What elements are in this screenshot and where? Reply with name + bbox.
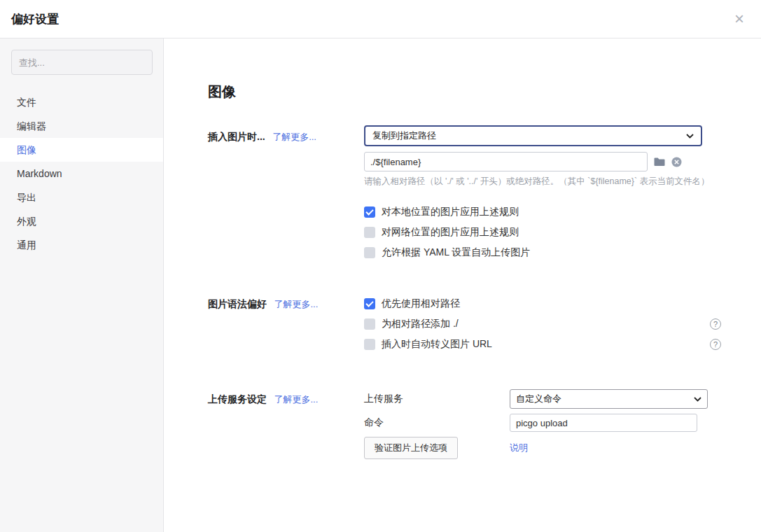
sidebar: 文件 编辑器 图像 Markdown 导出 外观 通用 xyxy=(0,38,164,532)
checkbox-icon[interactable] xyxy=(364,339,375,350)
section-body: 上传服务 自定义命令 命令 验证图片上传选项 说明 xyxy=(364,389,721,459)
upload-service-label: 上传服务 xyxy=(364,393,510,405)
page-title: 图像 xyxy=(208,83,761,102)
sidebar-item-image[interactable]: 图像 xyxy=(0,138,163,162)
command-label: 命令 xyxy=(364,416,510,429)
learn-more-link[interactable]: 了解更多... xyxy=(274,394,318,405)
section-image-syntax: 图片语法偏好 了解更多... 优先使用相对路径 为相对路径添加 ./ ? 插入时… xyxy=(208,298,761,358)
learn-more-link[interactable]: 了解更多... xyxy=(274,299,318,309)
close-icon[interactable]: × xyxy=(734,10,744,27)
checkbox-icon[interactable] xyxy=(364,247,375,258)
sidebar-item-export[interactable]: 导出 xyxy=(0,186,163,209)
sidebar-item-markdown[interactable]: Markdown xyxy=(0,162,163,186)
path-input[interactable] xyxy=(364,152,648,172)
verify-upload-button[interactable]: 验证图片上传选项 xyxy=(364,437,458,459)
clear-icon[interactable] xyxy=(671,157,682,167)
section-insert-image: 插入图片时... 了解更多... 复制到指定路径 xyxy=(208,125,761,267)
section-body: 优先使用相对路径 为相对路径添加 ./ ? 插入时自动转义图片 URL ? xyxy=(364,298,721,358)
preferences-window: 文件 编辑器 图像 Markdown 导出 外观 通用 图像 插入图片时... … xyxy=(0,38,761,532)
section-head: 图片语法偏好 了解更多... xyxy=(208,298,364,311)
section-body: 复制到指定路径 请输入相对路径（以 './' 或 '../' 开头）或绝对路径。… xyxy=(364,125,721,267)
help-icon[interactable]: ? xyxy=(710,339,721,350)
window-title: 偏好设置 xyxy=(11,11,59,27)
section-upload-service: 上传服务设定 了解更多... 上传服务 自定义命令 命令 验证图片上传选项 说明 xyxy=(208,389,761,459)
select-value: 自定义命令 xyxy=(516,393,561,405)
insert-checkbox-group: 对本地位置的图片应用上述规则 对网络位置的图片应用上述规则 允许根据 YAML … xyxy=(364,206,721,259)
checkbox-prefer-relative-path[interactable]: 优先使用相对路径 xyxy=(364,298,721,310)
section-label: 图片语法偏好 xyxy=(208,298,267,309)
section-head: 插入图片时... 了解更多... xyxy=(208,125,364,144)
search-input[interactable] xyxy=(11,50,153,75)
learn-more-link[interactable]: 了解更多... xyxy=(272,132,316,142)
checkbox-icon[interactable] xyxy=(364,227,375,238)
checkbox-icon[interactable] xyxy=(364,318,375,330)
section-label: 插入图片时... xyxy=(208,131,265,142)
sidebar-item-appearance[interactable]: 外观 xyxy=(0,209,163,233)
instructions-link[interactable]: 说明 xyxy=(510,442,721,454)
chevron-down-icon xyxy=(694,397,701,402)
checkbox-apply-web-images[interactable]: 对网络位置的图片应用上述规则 xyxy=(364,226,721,239)
main-panel: 图像 插入图片时... 了解更多... 复制到指定路径 xyxy=(164,38,761,532)
select-value: 复制到指定路径 xyxy=(372,130,436,142)
insert-action-select[interactable]: 复制到指定路径 xyxy=(364,125,702,146)
command-input[interactable] xyxy=(510,414,697,432)
sidebar-item-file[interactable]: 文件 xyxy=(0,90,163,114)
titlebar: 偏好设置 × xyxy=(0,0,761,38)
checkbox-escape-image-url[interactable]: 插入时自动转义图片 URL ? xyxy=(364,338,721,351)
checkbox-add-dot-slash[interactable]: 为相对路径添加 ./ ? xyxy=(364,318,721,330)
folder-icon[interactable] xyxy=(654,158,665,167)
help-icon[interactable]: ? xyxy=(710,318,721,330)
checkbox-yaml-auto-upload[interactable]: 允许根据 YAML 设置自动上传图片 xyxy=(364,246,721,259)
upload-form: 上传服务 自定义命令 命令 验证图片上传选项 说明 xyxy=(364,389,721,459)
checkbox-icon[interactable] xyxy=(364,206,375,218)
section-head: 上传服务设定 了解更多... xyxy=(208,389,364,406)
checkbox-apply-local-images[interactable]: 对本地位置的图片应用上述规则 xyxy=(364,206,721,218)
sidebar-nav: 文件 编辑器 图像 Markdown 导出 外观 通用 xyxy=(0,90,163,257)
chevron-down-icon xyxy=(686,134,694,139)
sidebar-item-general[interactable]: 通用 xyxy=(0,233,163,257)
checkbox-icon[interactable] xyxy=(364,298,375,309)
path-hint: 请输入相对路径（以 './' 或 '../' 开头）或绝对路径。（其中 `${f… xyxy=(364,176,721,188)
sidebar-item-editor[interactable]: 编辑器 xyxy=(0,114,163,138)
section-label: 上传服务设定 xyxy=(208,393,267,405)
path-row xyxy=(364,152,721,172)
upload-service-select[interactable]: 自定义命令 xyxy=(510,389,708,409)
